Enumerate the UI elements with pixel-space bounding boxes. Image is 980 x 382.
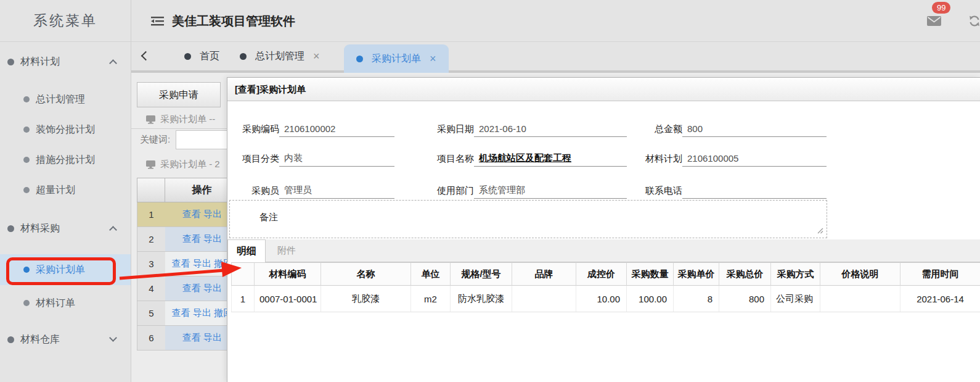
field-total-amount: 总金额 800 — [632, 120, 827, 137]
field-value: 2106100002 — [279, 123, 394, 137]
remark-textarea[interactable]: 备注 — [229, 200, 827, 238]
column-header: 单位 — [411, 262, 451, 286]
table-row[interactable]: 2 查看 导出 — [137, 227, 239, 252]
sidebar-item-material-order[interactable]: 材料订单 — [0, 291, 131, 315]
mail-icon[interactable] — [927, 16, 941, 28]
cell-total-price: 800 — [719, 286, 771, 312]
tab-detail[interactable]: 明细 — [227, 239, 266, 262]
field-value: 管理员 — [279, 185, 394, 199]
bullet-icon — [23, 267, 30, 273]
bullet-icon — [7, 336, 14, 343]
cell-name: 乳胶漆 — [321, 286, 411, 312]
sidebar-item-label: 超量计划 — [36, 184, 75, 197]
monitor-icon — [145, 115, 156, 124]
field-value — [682, 185, 827, 199]
top-header: 美佳工装项目管理软件 99 — [131, 0, 980, 42]
field-value: 2106100005 — [682, 153, 827, 167]
field-label: 采购员 — [231, 185, 279, 199]
cell-unit-price: 8 — [674, 286, 719, 312]
row-number: 4 — [137, 276, 165, 301]
resize-handle-icon[interactable] — [817, 225, 823, 236]
table-row[interactable]: 5 查看 导出 撤回 — [137, 301, 239, 326]
tab-home[interactable]: 首页 — [184, 42, 219, 70]
bullet-icon — [7, 59, 14, 65]
cell-price-note — [820, 286, 900, 312]
column-header: 采购方式 — [771, 262, 820, 286]
close-icon[interactable]: × — [430, 53, 436, 64]
view-purchase-plan-dialog: [查看]采购计划单 采购编码 2106100002 采购日期 2021-06-1… — [227, 77, 980, 382]
sidebar-item-purchase-plan[interactable]: 采购计划单 — [0, 254, 131, 285]
cell-spec-model: 防水乳胶漆 — [451, 286, 512, 312]
sidebar-group-label: 材料仓库 — [20, 333, 60, 346]
back-chevron-icon[interactable] — [141, 51, 151, 61]
field-purchaser: 采购员 管理员 — [231, 182, 394, 199]
chevron-down-icon — [109, 334, 117, 342]
sidebar-item-excess-plan[interactable]: 超量计划 — [0, 178, 131, 202]
field-project-name: 项目名称 机场航站区及配套工程 — [411, 150, 627, 167]
field-purchase-date: 采购日期 2021-06-10 — [411, 120, 627, 137]
field-project-category: 项目分类 内装 — [231, 150, 394, 167]
caption-text: 采购计划单 -- — [160, 114, 215, 125]
table-row[interactable]: 1 查看 导出 — [137, 202, 239, 227]
table-row[interactable]: 1 0007-01-0001 乳胶漆 m2 防水乳胶漆 10.00 100.00… — [231, 286, 980, 312]
field-label: 联系电话 — [632, 185, 682, 199]
field-value: 内装 — [279, 152, 394, 167]
table-row[interactable]: 4 查看 导出 — [137, 276, 239, 301]
cell-required-date: 2021-06-14 — [900, 286, 980, 312]
sidebar-group-label: 材料计划 — [20, 56, 60, 69]
notification-badge: 99 — [932, 2, 950, 14]
sidebar-item-label: 材料订单 — [36, 297, 75, 310]
field-label: 使用部门 — [411, 185, 474, 199]
detail-table-header: 材料编码 名称 单位 规格/型号 品牌 成控价 采购数量 采购单价 采购总价 采… — [231, 262, 980, 286]
sidebar-item-label: 总计划管理 — [36, 93, 85, 106]
tab-total-plan[interactable]: 总计划管理 × — [240, 42, 320, 70]
row-number: 1 — [137, 202, 165, 227]
field-label: 采购编码 — [231, 123, 279, 137]
sidebar-item-total-plan[interactable]: 总计划管理 — [0, 87, 131, 112]
sidebar-item-measure-batch-plan[interactable]: 措施分批计划 — [0, 147, 131, 172]
cell-material-code: 0007-01-0001 — [255, 286, 321, 312]
field-material-plan: 材料计划 2106100005 — [632, 150, 827, 167]
table-row[interactable]: 6 查看 导出 — [137, 326, 239, 351]
list-caption-1: 采购计划单 -- — [131, 110, 231, 129]
bullet-icon — [23, 96, 30, 102]
close-icon[interactable]: × — [313, 51, 320, 62]
caption-text: 采购计划单 - 2 — [160, 159, 220, 170]
project-name-link[interactable]: 机场航站区及配套工程 — [474, 152, 627, 167]
chevron-up-icon — [109, 226, 117, 234]
field-label: 采购日期 — [411, 123, 474, 137]
field-label: 总金额 — [632, 123, 682, 137]
tab-purchase-plan[interactable]: 采购计划单 × — [344, 44, 449, 73]
column-header: 采购单价 — [674, 262, 719, 286]
field-purchase-code: 采购编码 2106100002 — [231, 120, 394, 137]
sidebar-item-label: 采购计划单 — [36, 264, 85, 276]
tab-label: 采购计划单 — [372, 52, 421, 65]
cell-purchase-method: 公司采购 — [771, 286, 820, 312]
column-header: 品牌 — [512, 262, 576, 286]
sidebar-group-material-warehouse[interactable]: 材料仓库 — [0, 327, 131, 352]
row-number: 3 — [137, 252, 165, 276]
list-table-header: 操作 — [137, 178, 239, 202]
row-number-header — [231, 262, 255, 286]
sidebar-group-material-plan[interactable]: 材料计划 — [0, 49, 131, 74]
field-value: 800 — [682, 123, 827, 137]
keyword-label: 关键词: — [140, 134, 170, 146]
row-number: 5 — [137, 301, 165, 326]
tab-attachment[interactable]: 附件 — [267, 239, 306, 262]
column-header: 名称 — [321, 262, 411, 286]
keyword-input[interactable] — [176, 130, 232, 149]
purchase-apply-button[interactable]: 采购申请 — [137, 82, 221, 107]
row-number: 6 — [137, 326, 165, 351]
refresh-icon[interactable] — [968, 15, 980, 30]
sidebar-group-material-purchase[interactable]: 材料采购 — [0, 216, 131, 241]
table-row[interactable]: 3 查看 导出 撤回 — [137, 252, 239, 276]
tab-bar: 首页 总计划管理 × 采购计划单 × — [131, 42, 980, 73]
column-header: 采购数量 — [627, 262, 674, 286]
field-value: 系统管理部 — [474, 185, 627, 199]
sidebar-item-decoration-batch-plan[interactable]: 装饰分批计划 — [0, 117, 131, 142]
cell-brand — [512, 286, 576, 312]
tab-dot-icon — [240, 53, 247, 60]
collapse-menu-icon[interactable] — [151, 17, 164, 28]
list-caption-2: 采购计划单 - 2 — [131, 155, 231, 174]
field-value: 2021-06-10 — [474, 123, 627, 137]
